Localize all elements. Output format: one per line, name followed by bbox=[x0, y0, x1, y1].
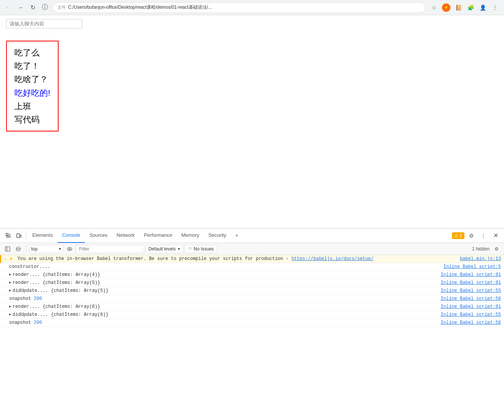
babel-setup-link[interactable]: https://babeljs.io/docs/setup/ bbox=[291, 256, 374, 262]
devtools-settings-button[interactable]: ⚙ bbox=[466, 230, 477, 241]
tab-more[interactable]: » bbox=[231, 228, 243, 243]
didupdate6-object: {chatItems: Array(6)} bbox=[51, 312, 108, 317]
svg-rect-6 bbox=[5, 247, 10, 251]
tab-security[interactable]: Security bbox=[204, 228, 231, 243]
info-button[interactable]: ⓘ bbox=[40, 3, 49, 12]
device-toggle-button[interactable] bbox=[14, 230, 24, 241]
console-sidebar-toggle[interactable] bbox=[3, 244, 12, 254]
console-row-constructor: constructor.... Inline Babel script:5 bbox=[0, 263, 504, 271]
expand-warning-arrow[interactable]: ▶ bbox=[10, 256, 16, 261]
devtools-panel: Elements Console Sources Network Perform… bbox=[0, 228, 504, 420]
tab-memory[interactable]: Memory bbox=[177, 228, 204, 243]
menu-button[interactable]: ⋮ bbox=[490, 2, 500, 13]
snapshot1-num: 200 bbox=[34, 296, 42, 301]
extension-button[interactable]: ⚡ bbox=[441, 2, 452, 13]
console-sep-1 bbox=[26, 246, 26, 252]
render4-content: render.... {chatItems: Array(4)} bbox=[13, 272, 438, 277]
render5-source[interactable]: Inline Babel script:91 bbox=[441, 280, 501, 285]
profile-button[interactable]: 👤 bbox=[477, 2, 488, 13]
console-row-snapshot-2: snapshot 200 Inline Babel script:56 bbox=[0, 319, 504, 327]
warning-count: 1 bbox=[459, 233, 462, 238]
svg-point-10 bbox=[67, 247, 72, 250]
element-picker-button[interactable] bbox=[3, 230, 14, 241]
page-content: 吃了么 吃了！ 吃啥了？ 吃好吃的! 上班 写代码 bbox=[0, 15, 504, 228]
expand-didupdate5-arrow[interactable]: ▶ bbox=[9, 288, 11, 293]
snapshot2-num: 200 bbox=[34, 320, 42, 325]
didupdate5-object: {chatItems: Array(5)} bbox=[51, 288, 108, 293]
svg-rect-5 bbox=[20, 235, 21, 237]
console-row-render-4: ▶ render.... {chatItems: Array(4)} Inlin… bbox=[0, 271, 504, 279]
reading-list-button[interactable]: 📔 bbox=[453, 2, 464, 13]
constructor-source[interactable]: Inline Babel script:5 bbox=[444, 264, 501, 269]
warning-source[interactable]: babel.min.js:13 bbox=[460, 256, 501, 262]
warning-text: You are using the in-browser Babel trans… bbox=[17, 256, 291, 262]
snapshot1-source[interactable]: Inline Babel script:56 bbox=[441, 296, 501, 301]
didupdate5-content: didUpdate.... {chatItems: Array(5)} bbox=[13, 288, 438, 293]
svg-point-11 bbox=[69, 248, 70, 250]
snapshot2-source[interactable]: Inline Babel script:56 bbox=[441, 320, 501, 325]
back-button[interactable]: ← bbox=[4, 3, 13, 12]
constructor-content: constructor.... bbox=[9, 264, 440, 269]
context-dropdown-arrow: ▼ bbox=[58, 247, 62, 251]
browser-chrome: ← → ↻ ⓘ 文件 C:/Users/bufanjun-office/Desk… bbox=[0, 0, 504, 15]
console-clear-button[interactable] bbox=[14, 244, 23, 254]
address-bar[interactable]: 文件 C:/Users/bufanjun-office/Desktop/reac… bbox=[52, 2, 426, 13]
tab-network[interactable]: Network bbox=[112, 228, 140, 243]
console-row-render-6: ▶ render.... {chatItems: Array(6)} Inlin… bbox=[0, 303, 504, 311]
no-issues-button[interactable]: ⚐ No Issues bbox=[185, 245, 217, 253]
console-settings-button[interactable]: ⚙ bbox=[492, 244, 501, 254]
warning-content: You are using the in-browser Babel trans… bbox=[17, 256, 457, 262]
hidden-count: 1 hidden ⚙ bbox=[472, 244, 501, 254]
orange-icon: ⚡ bbox=[442, 3, 450, 12]
chat-item-4: 吃好吃的! bbox=[14, 86, 50, 100]
hidden-count-text: 1 hidden bbox=[472, 246, 490, 252]
preserve-log-button[interactable] bbox=[65, 244, 74, 254]
no-issues-label: No Issues bbox=[194, 246, 214, 252]
filter-input[interactable] bbox=[76, 245, 144, 253]
render6-source[interactable]: Inline Babel script:91 bbox=[441, 304, 501, 309]
console-toolbar: top ▼ Default levels ▼ ⚐ No Issues 1 hid… bbox=[0, 243, 504, 255]
tab-console[interactable]: Console bbox=[57, 228, 85, 243]
toolbar-icons: ☆ ⚡ 📔 🧩 👤 ⋮ bbox=[429, 2, 500, 13]
context-select[interactable]: top ▼ bbox=[29, 245, 64, 253]
extensions-button[interactable]: 🧩 bbox=[465, 2, 476, 13]
forward-button[interactable]: → bbox=[16, 3, 25, 12]
default-levels-label: Default levels bbox=[148, 246, 176, 252]
devtools-more-toolbar: ⚠ 1 ⚙ ⋮ ✕ bbox=[452, 230, 501, 241]
svg-rect-4 bbox=[17, 234, 20, 238]
didupdate6-source[interactable]: Inline Babel script:55 bbox=[441, 312, 501, 317]
chat-input[interactable] bbox=[6, 19, 82, 29]
devtools-more-button[interactable]: ⋮ bbox=[478, 230, 489, 241]
flag-icon: ⚐ bbox=[188, 246, 192, 251]
tab-performance[interactable]: Performance bbox=[139, 228, 176, 243]
chat-item-3: 吃啥了？ bbox=[14, 73, 50, 86]
render6-content: render.... {chatItems: Array(6)} bbox=[13, 304, 438, 309]
render4-source[interactable]: Inline Babel script:91 bbox=[441, 272, 501, 277]
default-levels-select[interactable]: Default levels ▼ bbox=[146, 245, 183, 253]
snapshot1-content: snapshot 200 bbox=[9, 296, 438, 301]
tab-elements[interactable]: Elements bbox=[28, 228, 57, 243]
render5-content: render.... {chatItems: Array(5)} bbox=[13, 280, 438, 285]
chat-box: 吃了么 吃了！ 吃啥了？ 吃好吃的! 上班 写代码 bbox=[6, 41, 59, 132]
reload-button[interactable]: ↻ bbox=[28, 3, 37, 12]
url-text: C:/Users/bufanjun-office/Desktop/react课程… bbox=[68, 4, 212, 11]
devtools-close-button[interactable]: ✕ bbox=[490, 230, 501, 241]
console-row-didupdate-5: ▶ didUpdate.... {chatItems: Array(5)} In… bbox=[0, 287, 504, 295]
bookmark-button[interactable]: ☆ bbox=[429, 2, 439, 13]
tab-sources[interactable]: Sources bbox=[85, 228, 112, 243]
console-row-warning: ⚠ ▶ You are using the in-browser Babel t… bbox=[0, 255, 504, 263]
chat-item-1: 吃了么 bbox=[14, 46, 50, 59]
expand-render6-arrow[interactable]: ▶ bbox=[9, 304, 11, 309]
expand-didupdate6-arrow[interactable]: ▶ bbox=[9, 312, 11, 317]
warning-triangle-icon: ⚠ bbox=[454, 233, 458, 238]
console-row-didupdate-6: ▶ didUpdate.... {chatItems: Array(6)} In… bbox=[0, 311, 504, 319]
expand-render4-arrow[interactable]: ▶ bbox=[9, 272, 11, 277]
expand-render5-arrow[interactable]: ▶ bbox=[9, 280, 11, 285]
chat-item-2: 吃了！ bbox=[14, 59, 50, 73]
didupdate5-source[interactable]: Inline Babel script:55 bbox=[441, 288, 501, 293]
render5-object: {chatItems: Array(5)} bbox=[43, 280, 100, 285]
console-output: ⚠ ▶ You are using the in-browser Babel t… bbox=[0, 255, 504, 420]
render6-object: {chatItems: Array(6)} bbox=[43, 304, 100, 309]
chat-item-5: 上班 bbox=[14, 100, 50, 113]
default-levels-arrow: ▼ bbox=[177, 247, 181, 251]
